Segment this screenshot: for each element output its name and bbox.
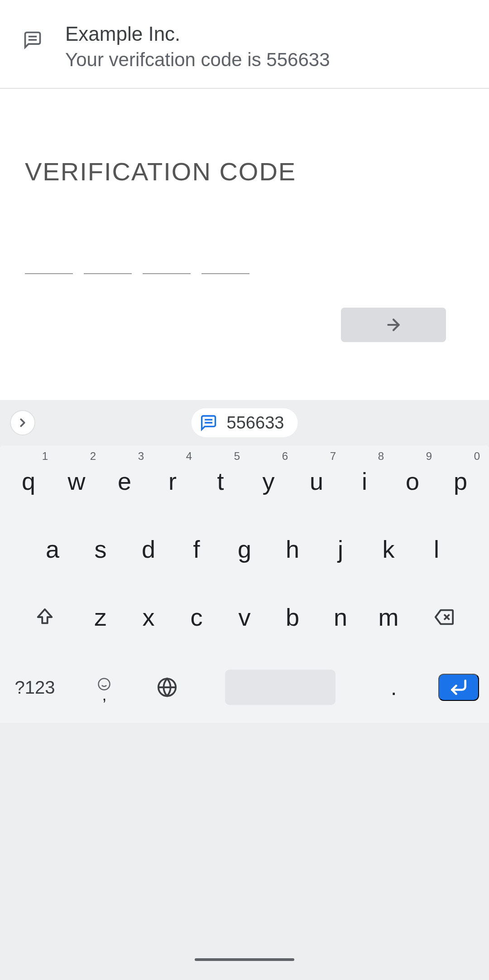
key-row-4: ?123 , . bbox=[4, 656, 485, 719]
enter-icon bbox=[449, 677, 469, 697]
key-p[interactable]: 0p bbox=[436, 452, 484, 511]
key-z[interactable]: z bbox=[77, 588, 125, 647]
message-icon bbox=[200, 414, 218, 432]
notification-body: Your verifcation code is 556633 bbox=[65, 49, 466, 71]
shift-icon bbox=[34, 607, 55, 628]
key-v[interactable]: v bbox=[221, 588, 268, 647]
key-n[interactable]: n bbox=[316, 588, 364, 647]
sms-notification[interactable]: Example Inc. Your verifcation code is 55… bbox=[0, 0, 489, 89]
emoji-key[interactable]: , bbox=[86, 677, 122, 697]
chevron-right-icon bbox=[16, 416, 29, 430]
code-digit-3[interactable] bbox=[143, 254, 191, 274]
key-j[interactable]: j bbox=[316, 520, 364, 579]
backspace-icon bbox=[434, 607, 455, 628]
enter-key[interactable] bbox=[438, 674, 479, 701]
key-k[interactable]: k bbox=[364, 520, 412, 579]
code-input-group bbox=[25, 254, 464, 274]
navigation-bar bbox=[0, 939, 489, 980]
code-digit-1[interactable] bbox=[25, 254, 73, 274]
period-key[interactable]: . bbox=[376, 675, 412, 700]
symbols-key[interactable]: ?123 bbox=[10, 677, 60, 698]
space-key[interactable] bbox=[225, 670, 336, 705]
arrow-right-icon bbox=[384, 316, 403, 334]
nav-handle[interactable] bbox=[195, 958, 294, 961]
code-digit-2[interactable] bbox=[84, 254, 132, 274]
key-c[interactable]: c bbox=[173, 588, 221, 647]
otp-suggestion-chip[interactable]: 556633 bbox=[192, 408, 298, 437]
globe-icon bbox=[157, 677, 177, 698]
message-icon bbox=[23, 30, 43, 50]
language-key[interactable] bbox=[149, 677, 185, 698]
key-i[interactable]: 8i bbox=[340, 452, 388, 511]
key-f[interactable]: f bbox=[173, 520, 221, 579]
key-s[interactable]: s bbox=[77, 520, 125, 579]
suggestion-code: 556633 bbox=[227, 413, 284, 433]
key-a[interactable]: a bbox=[29, 520, 77, 579]
key-b[interactable]: b bbox=[268, 588, 316, 647]
key-x[interactable]: x bbox=[125, 588, 173, 647]
key-g[interactable]: g bbox=[221, 520, 268, 579]
key-m[interactable]: m bbox=[364, 588, 412, 647]
key-e[interactable]: 3e bbox=[101, 452, 149, 511]
key-w[interactable]: 2w bbox=[53, 452, 101, 511]
key-q[interactable]: 1q bbox=[5, 452, 53, 511]
key-h[interactable]: h bbox=[268, 520, 316, 579]
key-d[interactable]: d bbox=[125, 520, 173, 579]
verification-content: VERIFICATION CODE bbox=[0, 89, 489, 400]
notification-sender: Example Inc. bbox=[65, 23, 466, 45]
page-heading: VERIFICATION CODE bbox=[25, 157, 464, 186]
key-r[interactable]: 4r bbox=[149, 452, 197, 511]
submit-button[interactable] bbox=[341, 308, 446, 342]
key-row-2: a s d f g h j k l bbox=[4, 520, 485, 579]
shift-key[interactable] bbox=[13, 588, 77, 647]
key-t[interactable]: 5t bbox=[197, 452, 244, 511]
suggestion-bar: 556633 bbox=[0, 400, 489, 445]
key-y[interactable]: 6y bbox=[244, 452, 292, 511]
key-row-3: z x c v b n m bbox=[4, 588, 485, 647]
key-l[interactable]: l bbox=[412, 520, 460, 579]
backspace-key[interactable] bbox=[412, 588, 476, 647]
code-digit-4[interactable] bbox=[201, 254, 249, 274]
on-screen-keyboard: 556633 1q 2w 3e 4r 5t 6y 7u 8i 9o 0p a s… bbox=[0, 400, 489, 980]
key-o[interactable]: 9o bbox=[388, 452, 436, 511]
key-u[interactable]: 7u bbox=[292, 452, 340, 511]
key-row-1: 1q 2w 3e 4r 5t 6y 7u 8i 9o 0p bbox=[4, 452, 485, 511]
expand-suggestions-button[interactable] bbox=[10, 410, 35, 435]
